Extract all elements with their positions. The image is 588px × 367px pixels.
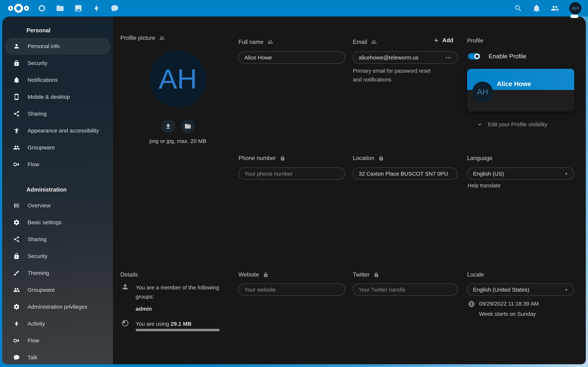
scope-lock-icon[interactable] (373, 272, 379, 277)
location-field-wrap (353, 167, 458, 180)
email-input[interactable] (358, 54, 445, 61)
accessibility-icon (13, 127, 20, 134)
choose-from-files-button[interactable] (181, 119, 195, 133)
lock-icon (13, 253, 20, 259)
enable-profile-toggle[interactable] (468, 53, 480, 59)
twitter-label: Twitter (353, 271, 370, 278)
sidebar-item-basic-settings[interactable]: Basic settings (5, 214, 111, 231)
upload-icon (165, 123, 172, 130)
gear-account-icon (13, 303, 20, 310)
twitter-label-row: Twitter (353, 271, 379, 279)
sidebar-item-admin-sharing[interactable]: Sharing (5, 231, 111, 248)
scope-lock-icon[interactable] (280, 155, 285, 161)
sidebar-item-activity[interactable]: Activity (5, 315, 111, 332)
contacts-icon[interactable] (551, 4, 559, 12)
profile-card-name: Alice Howe (497, 80, 531, 88)
email-field-wrap (353, 51, 458, 64)
upload-avatar-button[interactable] (161, 119, 175, 133)
full-name-label-row: Full name (239, 38, 273, 46)
edit-profile-visibility[interactable]: Edit your Profile visibility (476, 121, 547, 128)
lock-icon (13, 60, 20, 67)
sidebar-item-flow[interactable]: Flow (5, 156, 111, 173)
bell-icon (13, 77, 20, 83)
chevron-down-icon (476, 121, 483, 128)
sidebar-item-admin-privileges[interactable]: Administration privileges (5, 298, 111, 315)
full-name-input[interactable] (244, 54, 340, 61)
scope-contacts-icon[interactable] (371, 39, 377, 45)
website-field-wrap (239, 284, 345, 296)
group-name: admin (136, 306, 152, 312)
profile-picture-label-row: Profile picture (120, 34, 165, 42)
locale-select[interactable]: English (United States) (467, 284, 574, 296)
app-body: Personal Personal info Security Notifica… (2, 17, 586, 364)
files-app-icon[interactable] (56, 4, 64, 12)
user-menu-open-indicator (570, 15, 579, 18)
email-options-menu-icon[interactable] (445, 54, 452, 61)
contacts-icon (13, 287, 20, 293)
sidebar-item-overview[interactable]: Overview (5, 197, 111, 214)
location-input[interactable] (358, 170, 452, 177)
personal-info-panel: Profile picture AH png or jpg, max. 20 M… (113, 17, 586, 364)
settings-sidebar: Personal Personal info Security Notifica… (2, 17, 113, 364)
sidebar-item-security[interactable]: Security (5, 55, 111, 72)
nextcloud-logo[interactable] (7, 3, 30, 14)
twitter-input[interactable] (358, 286, 452, 293)
quota-value: 29.1 MB (171, 321, 191, 327)
website-input[interactable] (244, 286, 340, 293)
sidebar-item-sharing[interactable]: Sharing (5, 105, 111, 122)
photos-app-icon[interactable] (74, 4, 83, 12)
dashboard-app-icon[interactable] (38, 4, 46, 12)
language-select[interactable]: English (US) (467, 167, 574, 180)
account-icon (121, 283, 129, 291)
full-name-field-wrap (239, 51, 345, 64)
list-icon (13, 202, 20, 209)
dropdown-arrow-icon (563, 171, 569, 176)
activity-app-icon[interactable] (92, 4, 101, 12)
website-label: Website (239, 271, 259, 278)
locale-label: Locale (467, 271, 484, 278)
twitter-field-wrap (353, 284, 458, 296)
user-menu-avatar[interactable]: AH (569, 2, 581, 14)
talk-app-icon[interactable] (111, 4, 119, 12)
quota-progress-bar (136, 329, 220, 331)
sidebar-item-admin-flow[interactable]: Flow (5, 332, 111, 349)
email-label: Email (353, 39, 367, 45)
gear-icon (13, 219, 20, 226)
sidebar-item-talk[interactable]: Talk (5, 349, 111, 364)
help-translate-link[interactable]: Help translate (468, 183, 501, 189)
brush-icon (13, 270, 20, 276)
phone-input[interactable] (244, 170, 340, 177)
quota-detail: You are using 29.1 MB (121, 319, 191, 328)
email-helper-text: Primary email for password reset and not… (353, 67, 439, 84)
sidebar-item-theming[interactable]: Theming (5, 265, 111, 282)
location-label-row: Location (353, 154, 384, 162)
scope-contacts-icon[interactable] (159, 35, 165, 41)
scope-lock-icon[interactable] (378, 155, 384, 161)
quota-circle-icon (121, 319, 129, 327)
enable-profile-row: Enable Profile (468, 53, 526, 60)
scope-lock-icon[interactable] (263, 272, 268, 277)
share-icon (13, 110, 20, 117)
location-label: Location (353, 155, 374, 161)
notifications-bell-icon[interactable] (533, 4, 541, 12)
quota-text: You are using (136, 321, 171, 327)
sidebar-item-groupware[interactable]: Groupware (5, 139, 111, 156)
enable-profile-label: Enable Profile (489, 53, 526, 60)
groups-text: You are a member of the following groups… (136, 283, 222, 301)
sidebar-item-personal-info[interactable]: Personal info (5, 38, 111, 55)
share-icon (13, 236, 20, 242)
scope-contacts-icon[interactable] (268, 39, 273, 45)
add-email-button[interactable]: Add (433, 37, 453, 44)
profile-card-avatar: AH (472, 82, 493, 102)
lightning-icon (13, 320, 20, 327)
sidebar-item-notifications[interactable]: Notifications (5, 72, 111, 88)
sidebar-item-appearance[interactable]: Appearance and accessibility (5, 122, 111, 139)
talk-bubble-icon (13, 354, 20, 361)
language-label: Language (467, 155, 493, 161)
search-icon[interactable] (514, 4, 522, 12)
sidebar-item-admin-security[interactable]: Security (5, 248, 111, 265)
sidebar-item-mobile-desktop[interactable]: Mobile & desktop (5, 88, 111, 105)
locale-datetime-row: 09/29/2022 11:18:39 AM (468, 300, 539, 308)
cellphone-icon (13, 94, 20, 100)
sidebar-item-admin-groupware[interactable]: Groupware (5, 282, 111, 298)
